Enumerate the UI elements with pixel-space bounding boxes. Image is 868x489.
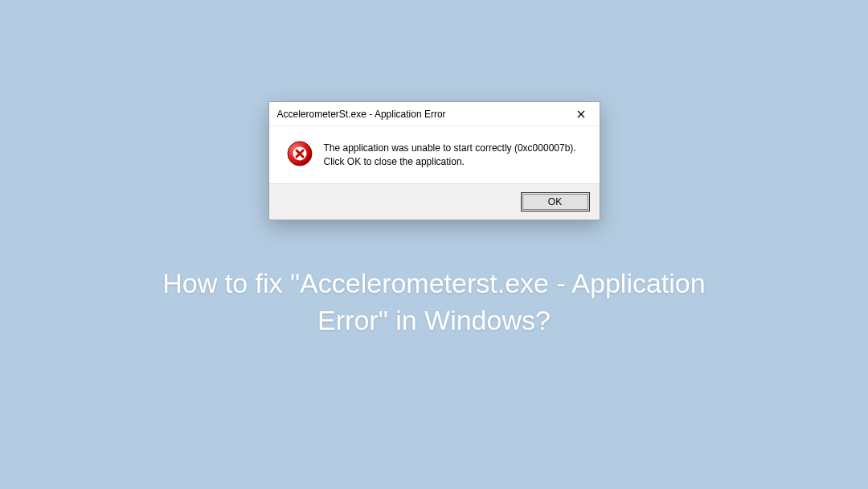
dialog-message: The application was unable to start corr… — [324, 141, 585, 169]
error-icon — [287, 141, 313, 166]
ok-button[interactable]: OK — [521, 192, 590, 212]
dialog-title: AccelerometerSt.exe - Application Error — [277, 109, 569, 120]
dialog-content: The application was unable to start corr… — [269, 126, 600, 183]
close-button[interactable] — [569, 105, 593, 124]
close-icon — [577, 110, 585, 118]
error-dialog: AccelerometerSt.exe - Application Error — [268, 101, 600, 220]
article-headline: How to fix "Accelerometerst.exe - Applic… — [153, 265, 715, 339]
dialog-button-bar: OK — [269, 183, 600, 220]
dialog-titlebar: AccelerometerSt.exe - Application Error — [269, 102, 600, 126]
